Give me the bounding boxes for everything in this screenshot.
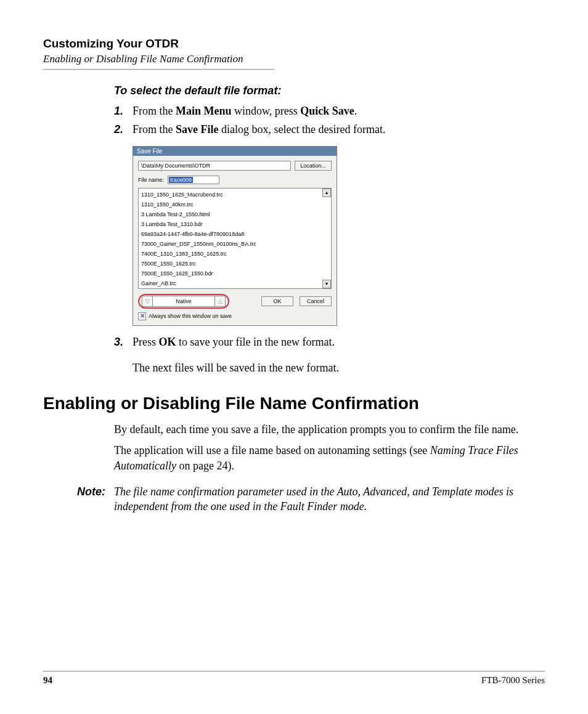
page-number: 94 (43, 675, 52, 686)
step-number: 1. (114, 103, 133, 118)
step-number: 2. (114, 122, 133, 137)
bold: OK (159, 336, 176, 348)
location-button[interactable]: Location... (295, 161, 332, 171)
file-list[interactable]: ▴ 1310_1550_1625_Macrobend.trc 1310_1550… (138, 188, 332, 289)
bold: Main Menu (176, 105, 232, 117)
series-label: FTB-7000 Series (481, 675, 545, 686)
filename-label: File name: (138, 177, 164, 183)
ok-button[interactable]: OK (261, 296, 293, 306)
step-1: 1. From the Main Menu window, press Quic… (114, 103, 545, 118)
text: The next files will be saved in the new … (133, 360, 339, 375)
always-show-label: Always show this window on save (149, 313, 232, 319)
list-item[interactable]: 7500E_1550_1625_1550.bdr (141, 269, 321, 278)
always-show-checkbox[interactable]: ✕ (138, 312, 146, 320)
step-number: 3. (114, 335, 133, 376)
chapter-title: Customizing Your OTDR (43, 37, 545, 51)
text: From the (133, 105, 176, 117)
list-item[interactable]: 73000_Gainer_DSF_1550nm_00100ns_BA.trc (141, 239, 321, 249)
list-item[interactable]: 3 Lambda Test_1310.bdr (141, 219, 321, 229)
paragraph: By default, each time you save a file, t… (114, 422, 545, 437)
list-item[interactable]: 3 Lambda Test-2_1550.html (141, 209, 321, 219)
format-selector-highlight: ▽ Native △ (138, 294, 229, 309)
bold: Save File (176, 123, 219, 136)
format-prev-button[interactable]: ▽ (142, 296, 153, 307)
paragraph: The application will use a file name bas… (114, 443, 545, 473)
text: Press (133, 336, 159, 348)
cancel-button[interactable]: Cancel (300, 296, 332, 306)
text: dialog box, select the desired format. (219, 123, 386, 136)
filename-input[interactable]: trace009 (168, 176, 219, 184)
page-footer: 94 FTB-7000 Series (43, 671, 545, 686)
path-input[interactable]: \Data\My Documents\OTDR (138, 161, 291, 171)
text: window, press (232, 105, 301, 117)
text: to save your file in the new format. (176, 336, 335, 348)
list-item[interactable]: 7500E_1550_1625.trc (141, 259, 321, 269)
running-section-title: Enabling or Disabling File Name Confirma… (43, 53, 545, 65)
bold: Quick Save (300, 105, 354, 117)
text: on page 24). (176, 460, 234, 472)
scroll-up-button[interactable]: ▴ (322, 189, 331, 197)
note: Note: The file name confirmation paramet… (71, 484, 545, 514)
note-label: Note: (71, 484, 114, 514)
list-item[interactable]: 7400E_1310_1383_1550_1625.trc (141, 249, 321, 259)
list-item[interactable]: 1310_1550_1625_Macrobend.trc (141, 190, 321, 200)
text: From the (133, 123, 176, 136)
note-body: The file name confirmation parameter use… (114, 484, 545, 514)
format-field[interactable]: Native (153, 296, 214, 307)
header-rule (43, 69, 274, 70)
format-next-button[interactable]: △ (214, 296, 226, 307)
list-item[interactable]: Gainer_AB.trc (141, 278, 321, 288)
text: . (354, 105, 357, 117)
filename-value: trace009 (169, 177, 193, 183)
procedure-title: To select the default file format: (114, 84, 545, 97)
list-item[interactable]: 69a93a24-1447-4fb0-8a4e-df7809018da8 (141, 229, 321, 239)
dialog-titlebar: Save File (133, 147, 337, 156)
step-2: 2. From the Save File dialog box, select… (114, 122, 545, 137)
list-item[interactable]: 1310_1550_40km.trc (141, 200, 321, 209)
section-heading: Enabling or Disabling File Name Confirma… (43, 394, 545, 413)
save-file-dialog: Save File \Data\My Documents\OTDR Locati… (133, 146, 337, 326)
text: The application will use a file name bas… (114, 444, 430, 456)
step-3: 3. Press OK to save your file in the new… (114, 335, 545, 376)
scroll-down-button[interactable]: ▾ (322, 280, 331, 288)
